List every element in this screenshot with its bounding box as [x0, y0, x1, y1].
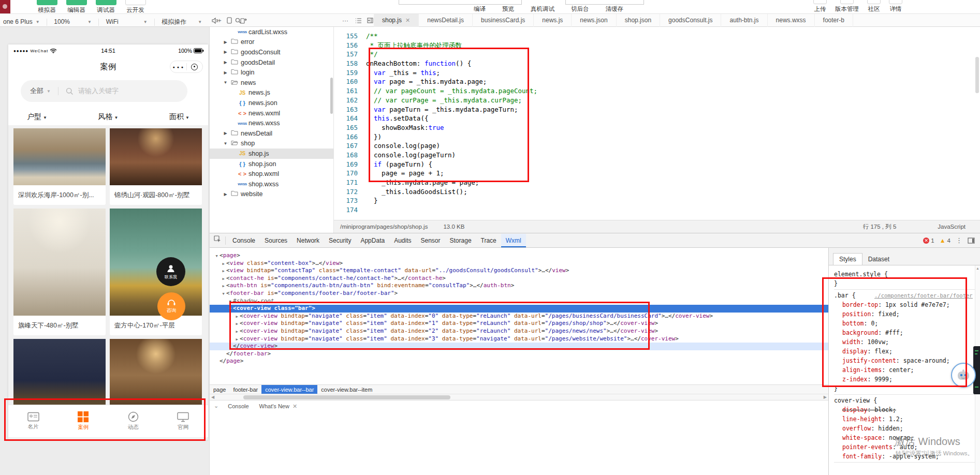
sidebar-tab-Styles[interactable]: Styles [833, 253, 862, 265]
toolbar-button-云开发[interactable]: 云开发 [121, 0, 150, 14]
drawer-caret-icon[interactable]: ⌄ [214, 403, 218, 409]
error-badge[interactable]: ✕1 [923, 238, 934, 244]
tree-item-newsDetail[interactable]: ▶ newsDetail [210, 128, 333, 139]
code-line[interactable]: 155/** [334, 32, 980, 41]
code-line[interactable]: 173 } [334, 197, 980, 206]
tree-item-news.json[interactable]: { } news.json [210, 98, 333, 108]
code-line[interactable]: 174 [334, 206, 980, 215]
horizontal-scrollbar[interactable]: ◀▶ [210, 394, 828, 400]
css-property[interactable]: justify-content: space-around; [834, 356, 975, 365]
wxml-node[interactable]: ▼<footer-bar is="components/footer-bar/f… [210, 290, 828, 298]
tree-item-news.wxml[interactable]: < > news.wxml [210, 108, 333, 118]
code-line[interactable]: 156 * 页面上拉触底事件的处理函数 [334, 41, 980, 51]
css-selector[interactable]: cover-view [834, 397, 870, 404]
editor-tab-newsDetail.js[interactable]: newsDetail.js [419, 14, 473, 27]
code-line[interactable]: 162 // var curPage = _this.mydata.curPag… [334, 96, 980, 106]
toolbar-toggle-pill[interactable] [96, 0, 116, 5]
css-selector[interactable]: .bar [834, 292, 849, 299]
close-tab-icon[interactable]: ✕ [405, 17, 410, 23]
phone-tab-案例[interactable]: 案例 [58, 405, 109, 437]
code-line[interactable]: 164 this.setData({ [334, 114, 980, 124]
code-editor[interactable]: 155/**156 * 页面上拉触底事件的处理函数157 */158onReac… [334, 27, 980, 220]
zoom-select[interactable]: 100%▼ [49, 16, 97, 28]
css-selector[interactable]: element.style [834, 271, 881, 278]
css-property[interactable]: display: flex; [834, 347, 975, 356]
wxml-node[interactable]: ▶<view class="content-box">…</view> [210, 260, 828, 268]
filter-户型[interactable]: 户型▼ [27, 112, 47, 122]
wxml-node[interactable]: ▼<page> [210, 252, 828, 260]
css-property[interactable]: position: fixed; [834, 309, 975, 319]
toolbar-button-调试器[interactable]: 调试器 [91, 0, 121, 14]
css-property[interactable]: border-top: 1px solid #e7e7e7; [834, 300, 975, 309]
editor-scrollbar[interactable] [975, 57, 979, 93]
toolbar-button-详情[interactable]: 详情 [885, 0, 906, 13]
inspect-element-icon[interactable] [210, 235, 225, 245]
tree-item-website[interactable]: ▶ website [210, 189, 333, 200]
contact-float-button[interactable]: 联系我 [156, 257, 185, 286]
tree-item-shop.wxml[interactable]: < > shop.wxml [210, 169, 333, 179]
wxml-tree-pane[interactable]: ▼<page>▶<view class="content-box">…</vie… [210, 248, 828, 475]
case-image[interactable] [110, 339, 202, 414]
expand-arrow-icon[interactable]: ▼ [214, 253, 220, 260]
tree-item-shop.json[interactable]: { } shop.json [210, 159, 333, 169]
scene-dropdown[interactable] [565, 0, 644, 5]
drawer-tab-What's New[interactable]: What's New✕ [254, 400, 303, 412]
code-line[interactable]: 170 page = page + 1; [334, 169, 980, 179]
tree-item-login[interactable]: ▶ login [210, 67, 333, 78]
css-property[interactable]: background: #fff; [834, 328, 975, 337]
expand-arrow-icon[interactable]: ▼ [221, 290, 226, 298]
code-line[interactable]: 171 _this.mydata.page = page; [334, 179, 980, 188]
tree-item-shop[interactable]: ▼ shop [210, 139, 333, 149]
expand-arrow-icon[interactable]: ▼ [227, 305, 233, 313]
breadcrumb-item[interactable]: cover-view.bar--item [317, 385, 376, 394]
code-line[interactable]: 166 }) [334, 133, 980, 142]
debugger-tab-Sensor[interactable]: Sensor [416, 234, 445, 247]
tree-search-icon[interactable] [232, 14, 244, 27]
network-select[interactable]: WiFi▼ [101, 16, 153, 28]
debugger-tab-Console[interactable]: Console [228, 234, 260, 247]
toolbar-button-切后台[interactable]: 切后台 [571, 5, 589, 13]
editor-tab-news.wxss[interactable]: news.wxss [768, 14, 815, 27]
wxml-node[interactable]: </cover-view> [210, 343, 828, 350]
editor-tab-news.js[interactable]: news.js [534, 14, 572, 27]
code-line[interactable]: 168 console.log(pageTurn) [334, 151, 980, 160]
case-caption[interactable]: 深圳欢乐海岸-1000㎡-别... [13, 185, 106, 205]
collapse-arrow-icon[interactable]: ▶ [234, 313, 240, 321]
chevron-right-icon[interactable]: ▶ [223, 50, 228, 54]
case-caption[interactable]: 壹方中心-170㎡-平层 [110, 316, 202, 335]
tree-item-goodsConsult[interactable]: ▶ goodsConsult [210, 47, 333, 57]
hscroll-thumb[interactable] [243, 395, 450, 399]
wxml-node[interactable]: ▶<contact-he is="components/contact-he/c… [210, 275, 828, 283]
toolbar-button-社区[interactable]: 社区 [863, 0, 885, 13]
toolbar-button-预览[interactable]: 预览 [502, 5, 514, 13]
code-line[interactable]: 165 showBoxMask:true [334, 124, 980, 133]
collapse-arrow-icon[interactable]: ▶ [221, 260, 226, 268]
search-input[interactable]: 全部 ▼ 请输入关键字 [21, 80, 187, 102]
drawer-tab-Console[interactable]: Console [223, 400, 254, 412]
debugger-tab-Audits[interactable]: Audits [389, 234, 416, 247]
debugger-tab-AppData[interactable]: AppData [356, 234, 389, 247]
css-property[interactable]: bottom: 0; [834, 319, 975, 328]
tree-item-shop.wxss[interactable]: wxss shop.wxss [210, 179, 333, 189]
wxml-node[interactable]: ▼#shadow-root [210, 298, 828, 305]
consult-float-button[interactable]: 咨询 [157, 292, 185, 320]
editor-tab-footer-b[interactable]: footer-b [815, 14, 853, 27]
debugger-tab-Network[interactable]: Network [292, 234, 324, 247]
assistant-robot-icon[interactable] [951, 363, 976, 388]
collapse-arrow-icon[interactable]: ▶ [234, 328, 240, 336]
css-property[interactable]: line-height: 1.2; [834, 414, 975, 424]
tree-item-shop.js[interactable]: JS shop.js [210, 149, 333, 159]
css-property[interactable]: overflow: hidden; [834, 424, 975, 433]
more-actions-icon[interactable]: ··· [339, 14, 352, 27]
editor-tab-shop.json[interactable]: shop.json [617, 14, 660, 27]
code-line[interactable]: 167 console.log(page) [334, 142, 980, 151]
compile-mode-dropdown[interactable] [399, 0, 522, 5]
tree-item-cardList.wxss[interactable]: wxss cardList.wxss [210, 27, 333, 37]
code-line[interactable]: 158onReachBottom: function() { [334, 60, 980, 69]
toolbar-button-编译[interactable]: 编译 [474, 5, 486, 13]
dock-side-icon[interactable] [968, 238, 975, 244]
tree-item-news.wxss[interactable]: wxss news.wxss [210, 118, 333, 128]
style-source-link[interactable]: ./components/footer-bar/footer-b… [874, 291, 973, 300]
debugger-tab-Storage[interactable]: Storage [445, 234, 476, 247]
editor-tab-goodsConsult.js[interactable]: goodsConsult.js [660, 14, 721, 27]
